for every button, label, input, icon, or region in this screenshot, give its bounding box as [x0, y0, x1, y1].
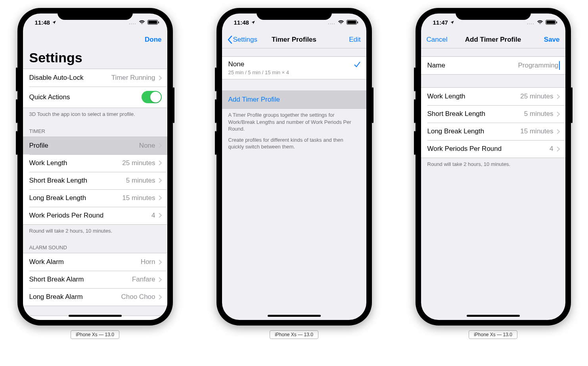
- toggle-quick-actions[interactable]: [142, 91, 162, 103]
- footer-profile-info-1: A Timer Profile groups together the sett…: [222, 109, 366, 136]
- row-name[interactable]: Name Programming: [421, 57, 565, 74]
- back-label: Settings: [233, 36, 257, 44]
- nav-bar: Done: [23, 31, 167, 48]
- row-quick-actions[interactable]: Quick Actions: [23, 87, 167, 108]
- row-long-break-length[interactable]: Long Break Length 15 minutes: [23, 189, 167, 207]
- screen-settings: 11:48 .... Done Settings: [23, 13, 167, 320]
- home-indicator[interactable]: [467, 315, 520, 317]
- chevron-right-icon: [159, 195, 162, 200]
- back-button[interactable]: Settings: [228, 36, 257, 44]
- row-label: Work Alarm: [29, 258, 141, 266]
- row-value: None: [139, 142, 155, 150]
- row-value: 4: [550, 145, 553, 153]
- row-profile-none[interactable]: None 25 min / 5 min / 15 min × 4: [222, 57, 366, 79]
- row-label: Work Length: [29, 159, 123, 167]
- signal-dots-icon: ....: [328, 19, 335, 25]
- row-work-periods-per-round[interactable]: Work Periods Per Round 4: [23, 207, 167, 224]
- wifi-icon: [338, 20, 344, 25]
- row-value: 15 minutes: [122, 194, 155, 202]
- row-value: Horn: [141, 258, 155, 266]
- row-long-break-alarm[interactable]: Long Break Alarm Choo Choo: [23, 288, 167, 306]
- signal-dots-icon: ....: [129, 19, 136, 25]
- device-label: iPhone Xs — 13.0: [71, 330, 119, 339]
- row-disable-auto-lock[interactable]: Disable Auto-Lock Timer Running: [23, 69, 167, 87]
- battery-icon: [546, 20, 556, 25]
- row-value: Timer Running: [111, 74, 155, 82]
- status-time: 11:48: [234, 19, 249, 26]
- profile-subtitle: 25 min / 5 min / 15 min × 4: [228, 69, 289, 75]
- row-value: Fanfare: [132, 275, 155, 283]
- done-button[interactable]: Done: [145, 36, 162, 44]
- row-value: Choo Choo: [121, 293, 155, 301]
- row-work-alarm[interactable]: Work Alarm Horn: [23, 253, 167, 271]
- row-label: Short Break Length: [427, 110, 524, 118]
- battery-icon: [147, 20, 158, 25]
- row-value: 25 minutes: [122, 159, 155, 167]
- name-input[interactable]: Programming: [518, 61, 559, 70]
- footer-round-duration: Round will take 2 hours, 10 minutes.: [23, 225, 167, 238]
- device-frame: 11:47 .... Cancel Add Timer Profile Save: [416, 8, 571, 326]
- device-notch: [456, 8, 531, 20]
- chevron-right-icon: [159, 260, 162, 265]
- save-button[interactable]: Save: [544, 36, 560, 44]
- row-label: Disable Auto-Lock: [29, 74, 111, 82]
- screen-add-timer-profile: 11:47 .... Cancel Add Timer Profile Save: [421, 13, 565, 320]
- row-value: 5 minutes: [126, 177, 155, 185]
- row-short-break-length[interactable]: Short Break Length 5 minutes: [421, 105, 565, 123]
- chevron-right-icon: [159, 160, 162, 166]
- row-work-length[interactable]: Work Length 25 minutes: [421, 88, 565, 105]
- section-header-timer: TIMER: [23, 121, 167, 137]
- row-label: Work Length: [427, 92, 521, 100]
- row-work-periods-per-round[interactable]: Work Periods Per Round 4: [421, 140, 565, 158]
- row-label: Add Timer Profile: [228, 96, 361, 104]
- row-long-break-length[interactable]: Long Break Length 15 minutes: [421, 123, 565, 140]
- row-short-break-alarm[interactable]: Short Break Alarm Fanfare: [23, 271, 167, 288]
- page-title: Settings: [23, 48, 167, 69]
- wifi-icon: [139, 20, 145, 25]
- chevron-right-icon: [557, 112, 560, 117]
- footer-quick-actions: 3D Touch the app icon to select a timer …: [23, 108, 167, 121]
- chevron-right-icon: [159, 277, 162, 282]
- row-label: Long Break Alarm: [29, 293, 121, 301]
- chevron-right-icon: [557, 94, 560, 99]
- row-short-break-length[interactable]: Short Break Length 5 minutes: [23, 172, 167, 189]
- chevron-right-icon: [557, 146, 560, 152]
- chevron-left-icon: [228, 36, 232, 44]
- status-time: 11:47: [433, 19, 448, 26]
- cancel-button[interactable]: Cancel: [427, 36, 448, 44]
- text-cursor: [559, 61, 560, 70]
- section-header-alarm: ALARM SOUND: [23, 237, 167, 253]
- status-time: 11:48: [35, 19, 50, 26]
- checkmark-icon: [354, 61, 361, 68]
- row-label: Work Periods Per Round: [427, 145, 550, 153]
- device-frame: 11:48 .... Done Settings: [17, 8, 173, 326]
- device-frame: 11:48 .... Settings Timer Profiles: [216, 8, 372, 326]
- row-label: Work Periods Per Round: [29, 212, 152, 220]
- row-profile[interactable]: Profile None: [23, 137, 167, 154]
- profile-name: None: [228, 60, 354, 68]
- row-value: 5 minutes: [524, 110, 554, 118]
- location-icon: [251, 20, 255, 25]
- row-label: Quick Actions: [29, 93, 142, 101]
- device-label: iPhone Xs — 13.0: [270, 330, 318, 339]
- row-value: 25 minutes: [520, 92, 553, 100]
- row-label: Name: [427, 62, 518, 69]
- screen-timer-profiles: 11:48 .... Settings Timer Profiles: [222, 13, 366, 320]
- chevron-right-icon: [159, 213, 162, 218]
- nav-bar: Settings Timer Profiles Edit: [222, 31, 366, 48]
- chevron-right-icon: [159, 295, 162, 300]
- home-indicator[interactable]: [268, 315, 321, 317]
- device-label: iPhone Xs — 13.0: [469, 330, 517, 339]
- chevron-right-icon: [557, 129, 560, 134]
- row-work-length[interactable]: Work Length 25 minutes: [23, 154, 167, 172]
- chevron-right-icon: [159, 75, 162, 81]
- edit-button[interactable]: Edit: [349, 36, 360, 44]
- wifi-icon: [537, 20, 543, 25]
- add-timer-profile-button[interactable]: Add Timer Profile: [222, 91, 366, 108]
- input-value: Programming: [518, 62, 558, 69]
- chevron-right-icon: [159, 178, 162, 183]
- location-icon: [52, 20, 56, 25]
- row-label: Long Break Length: [427, 127, 521, 135]
- home-indicator[interactable]: [69, 315, 122, 317]
- row-value: 15 minutes: [520, 127, 553, 135]
